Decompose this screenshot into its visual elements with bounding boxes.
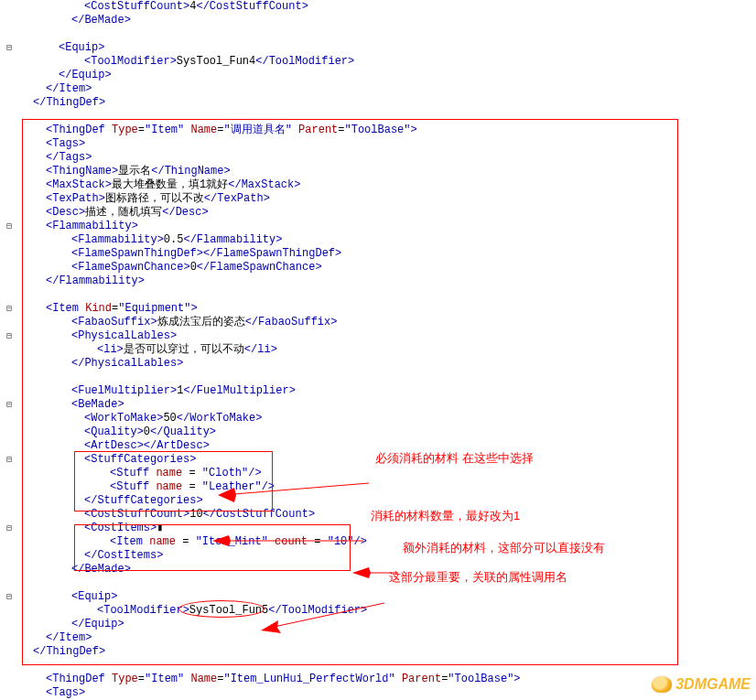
code-line: </Flammability> [20, 275, 521, 288]
fold-indicator[interactable] [0, 576, 18, 590]
fold-indicator[interactable] [0, 686, 18, 700]
code-line: <BeMade> [20, 398, 521, 412]
code-line: </Tags> [20, 151, 521, 165]
code-line: <FlameSpawnThingDef></FlameSpawnThingDef… [20, 247, 521, 261]
fold-indicator[interactable] [0, 371, 18, 384]
fold-indicator[interactable] [0, 124, 18, 137]
fold-indicator[interactable] [0, 673, 18, 686]
code-line: <Equip> [20, 41, 521, 55]
fold-indicator[interactable] [0, 467, 18, 480]
fold-indicator[interactable]: ⊟ [0, 329, 18, 343]
watermark-icon [652, 676, 672, 693]
code-line: <Item Kind="Equipment"> [20, 302, 521, 316]
fold-indicator[interactable] [0, 288, 18, 302]
annotation-4: 这部分最重要，关联的属性调用名 [389, 569, 567, 586]
code-line: <Flammability>0.5</Flammability> [20, 233, 521, 247]
fold-indicator[interactable] [0, 618, 18, 631]
fold-indicator[interactable]: ⊟ [0, 41, 18, 55]
code-line: <FabaoSuffix>炼成法宝后的姿态</FabaoSuffix> [20, 316, 521, 329]
code-line: <TexPath>图标路径，可以不改</TexPath> [20, 192, 521, 206]
code-line: <Quality>0</Quality> [20, 425, 521, 439]
fold-indicator[interactable]: ⊟ [0, 453, 18, 467]
fold-indicator[interactable] [0, 82, 18, 96]
code-line: <FlameSpawnChance>0</FlameSpawnChance> [20, 261, 521, 275]
fold-indicator[interactable] [0, 645, 18, 659]
code-line: <ThingDef Type="Item" Name="调用道具名" Paren… [20, 124, 521, 137]
code-line: <CostStuffCount>4</CostStuffCount> [20, 0, 521, 14]
svg-marker-3 [261, 620, 281, 633]
code-line: <Desc>描述，随机填写</Desc> [20, 206, 521, 220]
code-line: <ThingDef Type="Item" Name="Item_LunHui_… [20, 673, 521, 686]
code-line: </ThingDef> [20, 96, 521, 110]
fold-indicator[interactable]: ⊟ [0, 398, 18, 412]
fold-indicator[interactable] [0, 206, 18, 220]
fold-indicator[interactable] [0, 275, 18, 288]
code-line [20, 659, 521, 673]
fold-indicator[interactable] [0, 357, 18, 371]
fold-indicator[interactable]: ⊟ [0, 302, 18, 316]
code-line [20, 27, 521, 41]
fold-indicator[interactable] [0, 165, 18, 178]
fold-indicator[interactable] [0, 55, 18, 69]
code-line: <li>是否可以穿过，可以不动</li> [20, 343, 521, 357]
fold-indicator[interactable] [0, 549, 18, 563]
code-line: </Item> [20, 82, 521, 96]
code-line [20, 288, 521, 302]
fold-indicator[interactable] [0, 563, 18, 576]
fold-indicator[interactable] [0, 27, 18, 41]
fold-indicator[interactable] [0, 659, 18, 673]
code-line: <WorkToMake>50</WorkToMake> [20, 412, 521, 425]
svg-marker-1 [212, 535, 231, 546]
annotation-2: 消耗的材料数量，最好改为1 [371, 508, 520, 524]
fold-indicator[interactable]: ⊟ [0, 522, 18, 535]
fold-indicator[interactable] [0, 384, 18, 398]
watermark: 3DMGAME [643, 660, 751, 693]
code-line: </BeMade> [20, 14, 521, 27]
fold-indicator[interactable] [0, 316, 18, 329]
arrow-2 [212, 509, 368, 560]
code-line: <ToolModifier>SysTool_Fun4</ToolModifier… [20, 55, 521, 69]
fold-indicator[interactable] [0, 494, 18, 508]
code-line: <Flammability> [20, 220, 521, 233]
fold-indicator[interactable] [0, 247, 18, 261]
fold-indicator[interactable] [0, 480, 18, 494]
arrow-4 [261, 573, 389, 648]
fold-indicator[interactable] [0, 96, 18, 110]
code-line: <ThingName>显示名</ThingName> [20, 165, 521, 178]
fold-indicator[interactable] [0, 0, 18, 14]
svg-marker-0 [218, 488, 236, 502]
fold-indicator[interactable] [0, 604, 18, 618]
annotation-3: 额外消耗的材料，这部分可以直接没有 [403, 540, 605, 556]
fold-indicator[interactable] [0, 425, 18, 439]
code-line: <Tags> [20, 686, 521, 700]
fold-indicator[interactable]: ⊟ [0, 590, 18, 604]
fold-indicator[interactable] [0, 14, 18, 27]
fold-indicator[interactable] [0, 439, 18, 453]
fold-indicator[interactable] [0, 137, 18, 151]
fold-indicator[interactable] [0, 508, 18, 522]
fold-indicator[interactable] [0, 192, 18, 206]
fold-indicator[interactable] [0, 631, 18, 645]
fold-indicator[interactable] [0, 535, 18, 549]
fold-indicator[interactable] [0, 69, 18, 82]
fold-indicator[interactable] [0, 151, 18, 165]
fold-indicator[interactable] [0, 178, 18, 192]
code-line: </PhysicalLables> [20, 357, 521, 371]
fold-indicator[interactable] [0, 261, 18, 275]
code-line: <MaxStack>最大堆叠数量，填1就好</MaxStack> [20, 178, 521, 192]
fold-indicator[interactable] [0, 233, 18, 247]
fold-indicator[interactable]: ⊟ [0, 220, 18, 233]
fold-indicator[interactable] [0, 343, 18, 357]
code-line: <Tags> [20, 137, 521, 151]
fold-indicator[interactable] [0, 412, 18, 425]
code-line: <PhysicalLables> [20, 329, 521, 343]
code-line: <FuelMultiplier>1</FuelMultiplier> [20, 384, 521, 398]
code-line [20, 110, 521, 124]
fold-indicator[interactable] [0, 110, 18, 124]
code-line: </Equip> [20, 69, 521, 82]
annotation-1: 必须消耗的材料 在这些中选择 [375, 450, 534, 467]
code-line [20, 371, 521, 384]
